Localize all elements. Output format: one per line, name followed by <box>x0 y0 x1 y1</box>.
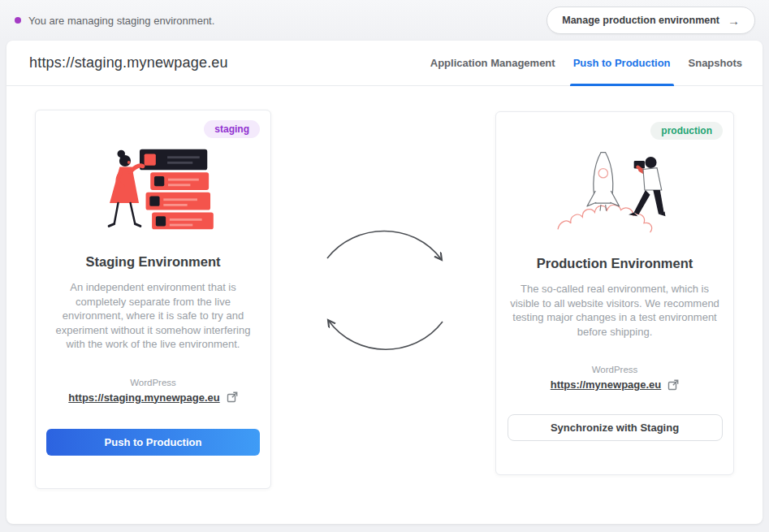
environment-status: You are managing staging environment. <box>15 15 214 27</box>
tab-bar: Application Management Push to Productio… <box>421 41 751 85</box>
staging-badge: staging <box>204 120 260 138</box>
staging-card-title: Staging Environment <box>86 254 221 270</box>
panel-header: https://staging.mynewpage.eu Application… <box>6 41 763 86</box>
tab-snapshots[interactable]: Snapshots <box>680 41 751 85</box>
top-bar: You are managing staging environment. Ma… <box>0 0 769 41</box>
production-platform-label: WordPress <box>592 365 638 374</box>
woman-content-stack-icon <box>89 146 218 232</box>
external-link-icon[interactable] <box>227 391 238 403</box>
arrow-right-icon: → <box>728 14 740 28</box>
status-text: You are managing staging environment. <box>28 15 214 27</box>
synchronize-with-staging-button[interactable]: Synchronize with Staging <box>508 414 723 441</box>
production-card-description: The so-called real environment, which is… <box>507 282 723 339</box>
staging-site-link[interactable]: https://staging.mynewpage.eu <box>68 391 219 404</box>
sync-arrows-icon <box>324 221 446 364</box>
staging-link-row: https://staging.mynewpage.eu <box>68 391 237 404</box>
manage-production-label: Manage production environment <box>562 15 719 26</box>
tab-push-to-production[interactable]: Push to Production <box>564 41 680 85</box>
production-card-title: Production Environment <box>537 256 693 271</box>
external-link-icon[interactable] <box>667 379 679 391</box>
content-area: staging <box>6 86 763 524</box>
status-dot-icon <box>15 17 21 24</box>
production-card: production <box>495 111 734 475</box>
push-to-production-button[interactable]: Push to Production <box>46 429 260 456</box>
site-url: https://staging.mynewpage.eu <box>29 54 228 71</box>
production-badge-row: production <box>507 122 723 141</box>
staging-illustration <box>89 146 218 232</box>
staging-card: staging <box>35 110 271 489</box>
production-site-link[interactable]: https://mynewpage.eu <box>551 378 662 391</box>
main-panel: https://staging.mynewpage.eu Application… <box>6 41 763 524</box>
manage-production-button[interactable]: Manage production environment → <box>547 6 755 34</box>
staging-badge-row: staging <box>46 120 260 140</box>
production-link-row: https://mynewpage.eu <box>551 378 680 391</box>
production-illustration <box>550 148 680 234</box>
staging-platform-label: WordPress <box>130 378 176 387</box>
staging-card-description: An independent environment that is compl… <box>45 280 261 352</box>
tab-application-management[interactable]: Application Management <box>421 41 564 85</box>
production-badge: production <box>650 122 723 140</box>
rocket-launch-icon <box>550 148 680 234</box>
